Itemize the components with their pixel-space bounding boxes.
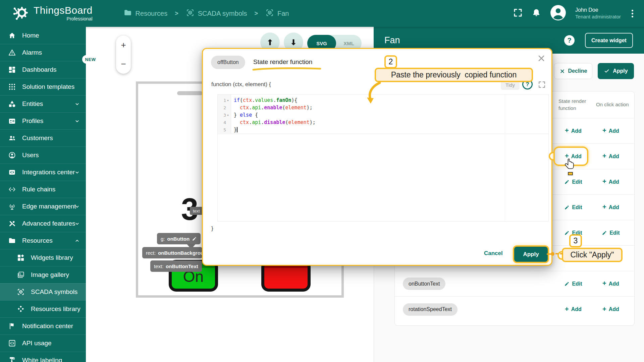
check-icon (604, 68, 610, 74)
help-button[interactable]: ? (564, 35, 575, 46)
add-click-action-button[interactable]: +Add (592, 178, 630, 185)
symbol-gray-bar (177, 91, 203, 95)
text-onbuttontext-tag[interactable]: text:onButtonText (150, 260, 202, 272)
close-dialog-icon[interactable] (537, 54, 546, 63)
scada-symbol-icon (186, 8, 195, 19)
zoom-in-button[interactable]: + (116, 36, 131, 55)
sidebar-item-solution-templates[interactable]: Solution templates (0, 78, 86, 95)
text-element-mini-tag[interactable]: text (190, 207, 203, 215)
editor-line-divider (217, 134, 549, 134)
folder-icon (123, 8, 132, 19)
edit-pencil-icon (564, 179, 570, 185)
chevron-down-icon (74, 118, 80, 124)
sidebar-item-customers[interactable]: Customers (0, 129, 86, 146)
breadcrumb-fan[interactable]: Fan (265, 8, 289, 19)
dialog-apply-button[interactable]: Apply (514, 247, 548, 262)
code-content[interactable]: if(ctx.values.fanOn){ ctx.api.enable(ele… (231, 95, 548, 221)
sidebar-item-image-gallery[interactable]: Image gallery (0, 266, 86, 283)
edit-state-render-button[interactable]: Edit (554, 281, 592, 287)
sidebar-item-edge-management[interactable]: Edge management (0, 198, 86, 215)
zoom-out-button[interactable]: − (116, 55, 131, 74)
code-line[interactable]: if(ctx.values.fanOn){ (234, 97, 548, 104)
breadcrumb-scada-symbols[interactable]: SCADA symbols (186, 8, 247, 19)
element-chip[interactable]: onButtonText (403, 278, 445, 290)
expand-editor-icon[interactable] (538, 80, 546, 89)
sidebar-item-alarms[interactable]: Alarms (0, 44, 86, 61)
code-line[interactable]: ctx.api.enable(element); (234, 104, 548, 111)
add-click-action-button[interactable]: +Add (592, 153, 630, 160)
avatar[interactable] (550, 4, 567, 22)
add-click-action-button[interactable]: +Add (592, 204, 630, 211)
breadcrumb-resources[interactable]: Resources (123, 8, 168, 19)
solution-templates-icon (8, 83, 16, 91)
element-chip[interactable]: rotationSpeedText (403, 303, 458, 316)
sidebar-item-dashboards[interactable]: Dashboards (0, 61, 86, 78)
sidebar-item-scada-symbols[interactable]: SCADA symbols (0, 283, 86, 300)
sidebar: Home Alarms Dashboards Solution template… (0, 27, 86, 362)
rect-onbuttonbackground-tag[interactable]: rect:onButtonBackgrou (142, 247, 202, 258)
more-menu-icon[interactable] (630, 8, 635, 19)
edit-pencil-icon (564, 205, 570, 210)
sidebar-item-users[interactable]: Users (0, 146, 86, 164)
chevron-down-icon (74, 203, 80, 210)
decline-button[interactable]: Decline (554, 63, 592, 79)
add-click-action-button[interactable]: +Add (592, 280, 630, 287)
resources-library-icon (17, 305, 25, 313)
plus-icon: + (602, 203, 606, 211)
xml-tab[interactable]: XML (336, 41, 362, 46)
plus-icon: + (602, 305, 606, 313)
add-state-render-button[interactable]: +Add (554, 127, 592, 134)
fullscreen-icon[interactable] (513, 8, 523, 19)
code-line[interactable]: } (234, 126, 548, 133)
sidebar-item-api-usage[interactable]: API usage (0, 335, 86, 352)
add-click-action-button[interactable]: +Add (592, 127, 630, 134)
sidebar-item-integrations-center[interactable]: Integrations center (0, 164, 86, 181)
plus-icon: + (602, 280, 606, 287)
edit-pencil-icon (564, 230, 570, 236)
sidebar-item-entities[interactable]: Entities (0, 95, 86, 112)
edit-state-render-button[interactable]: Edit (554, 179, 592, 185)
sidebar-item-widgets-library[interactable]: Widgets library (0, 249, 86, 266)
code-line[interactable]: } else { (234, 111, 548, 119)
code-editor[interactable]: 1▾23▾45 if(ctx.values.fanOn){ ctx.api.en… (217, 94, 549, 222)
add-state-render-button[interactable]: +Add (554, 306, 592, 313)
sidebar-item-profiles[interactable]: Profiles (0, 112, 86, 129)
edit-click-action-button[interactable]: Edit (592, 230, 630, 236)
plus-icon: + (565, 305, 569, 313)
edit-state-render-button[interactable]: Edit (554, 204, 592, 210)
integrations-icon (8, 168, 16, 176)
sidebar-item-resources[interactable]: Resources (0, 232, 86, 249)
connector-dashes (555, 253, 563, 254)
code-line[interactable]: ctx.api.disable(element); (234, 119, 548, 126)
sidebar-item-rule-chains[interactable]: Rule chains (0, 181, 86, 198)
logo[interactable]: ThingsBoard Professional (12, 4, 93, 23)
rule-chains-icon (8, 185, 16, 193)
editor-ruler (505, 95, 505, 221)
breadcrumb-separator: > (252, 10, 261, 17)
tab-state-render-function[interactable]: State render function (253, 58, 312, 66)
zoom-control: + − (116, 36, 131, 74)
user-info[interactable]: John Doe Tenant administrator (575, 7, 621, 20)
edit-pencil-icon[interactable] (192, 236, 197, 241)
chevron-up-icon (74, 237, 80, 244)
edge-antenna-icon (8, 202, 16, 210)
tutorial-step-badge-2: 2 (384, 55, 397, 68)
g-onbutton-tag[interactable]: g:onButton (157, 233, 201, 244)
image-gallery-icon (17, 271, 25, 279)
table-row-onbuttontext: onButtonText Edit +Add (395, 271, 634, 297)
offbutton-chip[interactable]: offButton (211, 56, 245, 69)
sidebar-item-home[interactable]: Home (0, 27, 86, 44)
add-click-action-button[interactable]: +Add (592, 306, 630, 313)
alarm-warning-icon (8, 49, 16, 57)
notifications-bell-icon[interactable] (532, 8, 541, 19)
hand-cursor-icon (564, 158, 578, 176)
sidebar-item-resources-library[interactable]: Resources library (0, 300, 86, 317)
sidebar-item-advanced-features[interactable]: Advanced features (0, 215, 86, 232)
create-widget-button[interactable]: Create widget (585, 33, 633, 48)
edit-pencil-icon (564, 281, 570, 287)
chevron-down-icon (74, 220, 80, 227)
sidebar-item-white-labeling[interactable]: White labeling (0, 352, 86, 362)
sidebar-item-notification-center[interactable]: Notification center (0, 317, 86, 335)
panel-apply-button[interactable]: Apply (598, 63, 634, 79)
cancel-button[interactable]: Cancel (484, 250, 503, 257)
